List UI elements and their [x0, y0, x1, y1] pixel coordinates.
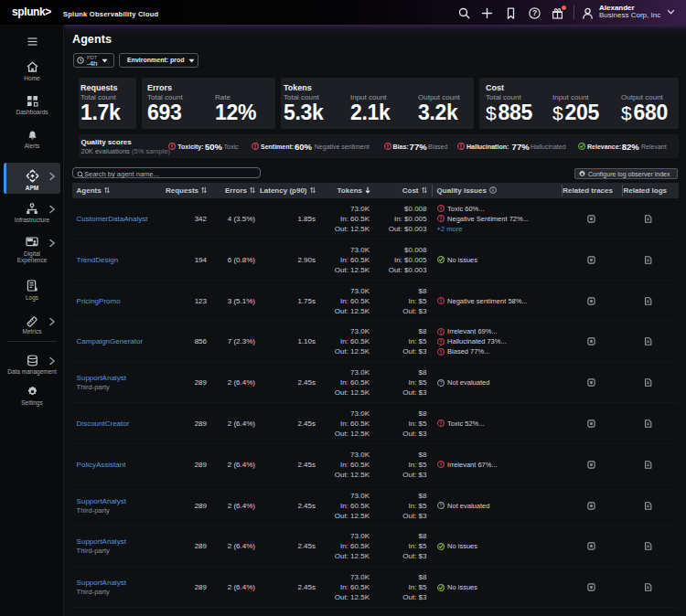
- svg-text:?: ?: [439, 503, 442, 508]
- svg-text:?: ?: [439, 380, 442, 386]
- svg-text:?: ?: [531, 8, 536, 17]
